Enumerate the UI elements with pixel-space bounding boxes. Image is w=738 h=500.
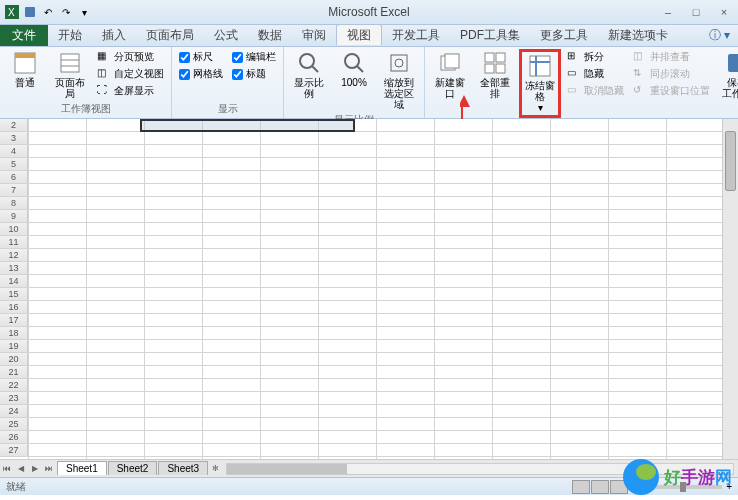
svg-rect-5 bbox=[61, 54, 79, 72]
qat-dropdown-icon[interactable]: ▾ bbox=[76, 4, 92, 20]
row-header[interactable]: 21 bbox=[0, 366, 28, 378]
sheet-nav-next[interactable]: ▶ bbox=[28, 461, 42, 477]
headings-checkbox[interactable]: 标题 bbox=[229, 66, 279, 82]
row-header[interactable]: 4 bbox=[0, 145, 28, 157]
sheet-nav-prev[interactable]: ◀ bbox=[14, 461, 28, 477]
close-button[interactable]: × bbox=[710, 3, 738, 21]
sync-scroll-button[interactable]: ⇅同步滚动 bbox=[630, 66, 713, 82]
row-header[interactable]: 22 bbox=[0, 379, 28, 391]
svg-line-11 bbox=[357, 66, 363, 72]
arrange-all-button[interactable]: 全部重排 bbox=[474, 49, 516, 101]
row-header[interactable]: 18 bbox=[0, 327, 28, 339]
redo-icon[interactable]: ↷ bbox=[58, 4, 74, 20]
spreadsheet-grid[interactable]: 2345678910111213141516171819202122232425… bbox=[0, 119, 738, 459]
normal-view-button[interactable]: 普通 bbox=[4, 49, 46, 90]
view-side-by-side-button[interactable]: ◫并排查看 bbox=[630, 49, 713, 65]
row-header[interactable]: 7 bbox=[0, 184, 28, 196]
zoom-button[interactable]: 显示比例 bbox=[288, 49, 330, 101]
sheet-nav-last[interactable]: ⏭ bbox=[42, 461, 56, 477]
sheet-tab-Sheet3[interactable]: Sheet3 bbox=[158, 461, 208, 475]
sheet-tab-Sheet1[interactable]: Sheet1 bbox=[57, 461, 107, 475]
row-header[interactable]: 12 bbox=[0, 249, 28, 261]
save-icon[interactable] bbox=[22, 4, 38, 20]
row-header[interactable]: 15 bbox=[0, 288, 28, 300]
page-layout-button[interactable]: 页面布局 bbox=[49, 49, 91, 101]
row-header[interactable]: 14 bbox=[0, 275, 28, 287]
row-header[interactable]: 2 bbox=[0, 119, 28, 131]
row-header[interactable]: 20 bbox=[0, 353, 28, 365]
maximize-button[interactable]: □ bbox=[682, 3, 710, 21]
help-icon[interactable]: ⓘ ▾ bbox=[701, 24, 738, 47]
tab-审阅[interactable]: 审阅 bbox=[292, 25, 336, 45]
sheet-nav-first[interactable]: ⏮ bbox=[0, 461, 14, 477]
zoom-to-selection-button[interactable]: 缩放到选定区域 bbox=[378, 49, 420, 112]
svg-rect-18 bbox=[485, 64, 494, 73]
page-layout-status-button[interactable] bbox=[591, 480, 609, 494]
tab-新建选项卡[interactable]: 新建选项卡 bbox=[598, 25, 678, 45]
svg-text:X: X bbox=[8, 7, 15, 18]
quick-access-toolbar: X ↶ ↷ ▾ bbox=[0, 2, 96, 22]
tab-公式[interactable]: 公式 bbox=[204, 25, 248, 45]
scrollbar-thumb[interactable] bbox=[725, 131, 736, 191]
tab-插入[interactable]: 插入 bbox=[92, 25, 136, 45]
normal-view-status-button[interactable] bbox=[572, 480, 590, 494]
row-header[interactable]: 10 bbox=[0, 223, 28, 235]
tab-视图[interactable]: 视图 bbox=[336, 24, 382, 45]
watermark-logo-icon bbox=[622, 458, 660, 496]
row-header[interactable]: 17 bbox=[0, 314, 28, 326]
undo-icon[interactable]: ↶ bbox=[40, 4, 56, 20]
svg-rect-4 bbox=[15, 53, 35, 58]
app-title: Microsoft Excel bbox=[328, 5, 409, 19]
tab-数据[interactable]: 数据 bbox=[248, 25, 292, 45]
freeze-panes-button[interactable]: 冻结窗格▾ bbox=[519, 49, 561, 118]
row-header[interactable]: 24 bbox=[0, 405, 28, 417]
row-header[interactable]: 27 bbox=[0, 444, 28, 456]
row-header[interactable]: 16 bbox=[0, 301, 28, 313]
file-tab[interactable]: 文件 bbox=[0, 25, 48, 46]
scrollbar-thumb[interactable] bbox=[227, 464, 347, 474]
sheet-tab-Sheet2[interactable]: Sheet2 bbox=[108, 461, 158, 475]
hide-button[interactable]: ▭隐藏 bbox=[564, 66, 627, 82]
new-sheet-button[interactable]: ✻ bbox=[208, 461, 222, 477]
row-header[interactable]: 23 bbox=[0, 392, 28, 404]
row-header[interactable]: 5 bbox=[0, 158, 28, 170]
new-window-button[interactable]: 新建窗口 bbox=[429, 49, 471, 101]
tab-PDF工具集[interactable]: PDF工具集 bbox=[450, 25, 530, 45]
full-screen-button[interactable]: ⛶全屏显示 bbox=[94, 83, 167, 99]
formula-bar-checkbox[interactable]: 编辑栏 bbox=[229, 49, 279, 65]
tab-开始[interactable]: 开始 bbox=[48, 25, 92, 45]
minimize-button[interactable]: – bbox=[654, 3, 682, 21]
row-header[interactable]: 11 bbox=[0, 236, 28, 248]
row-header[interactable]: 3 bbox=[0, 132, 28, 144]
tab-页面布局[interactable]: 页面布局 bbox=[136, 25, 204, 45]
cell-selection bbox=[140, 119, 355, 132]
ruler-checkbox[interactable]: 标尺 bbox=[176, 49, 226, 65]
reset-window-position-button[interactable]: ↺重设窗口位置 bbox=[630, 83, 713, 99]
custom-views-button[interactable]: ◫自定义视图 bbox=[94, 66, 167, 82]
row-header[interactable]: 26 bbox=[0, 431, 28, 443]
tab-开发工具[interactable]: 开发工具 bbox=[382, 25, 450, 45]
ribbon: 普通 页面布局 ▦分页预览 ◫自定义视图 ⛶全屏显示 工作簿视图 标尺 网格线 … bbox=[0, 47, 738, 119]
watermark: 好手游网 bbox=[622, 458, 732, 496]
ribbon-group-show: 标尺 网格线 编辑栏 标题 显示 bbox=[172, 47, 284, 118]
ribbon-group-workbook-views: 普通 页面布局 ▦分页预览 ◫自定义视图 ⛶全屏显示 工作簿视图 bbox=[0, 47, 172, 118]
svg-point-31 bbox=[636, 464, 656, 480]
split-button[interactable]: ⊞拆分 bbox=[564, 49, 627, 65]
tab-更多工具[interactable]: 更多工具 bbox=[530, 25, 598, 45]
svg-rect-15 bbox=[445, 54, 459, 68]
row-header[interactable]: 9 bbox=[0, 210, 28, 222]
row-header[interactable]: 13 bbox=[0, 262, 28, 274]
row-header[interactable]: 6 bbox=[0, 171, 28, 183]
vertical-scrollbar[interactable] bbox=[722, 119, 738, 459]
group-label: 显示 bbox=[176, 101, 279, 116]
page-break-preview-button[interactable]: ▦分页预览 bbox=[94, 49, 167, 65]
svg-rect-23 bbox=[728, 54, 738, 72]
save-workspace-button[interactable]: 保存工作区 bbox=[716, 49, 738, 101]
row-header[interactable]: 8 bbox=[0, 197, 28, 209]
gridlines-checkbox[interactable]: 网格线 bbox=[176, 66, 226, 82]
svg-rect-17 bbox=[496, 53, 505, 62]
unhide-button[interactable]: ▭取消隐藏 bbox=[564, 83, 627, 99]
zoom-100-button[interactable]: 100% bbox=[333, 49, 375, 90]
row-header[interactable]: 19 bbox=[0, 340, 28, 352]
row-header[interactable]: 25 bbox=[0, 418, 28, 430]
